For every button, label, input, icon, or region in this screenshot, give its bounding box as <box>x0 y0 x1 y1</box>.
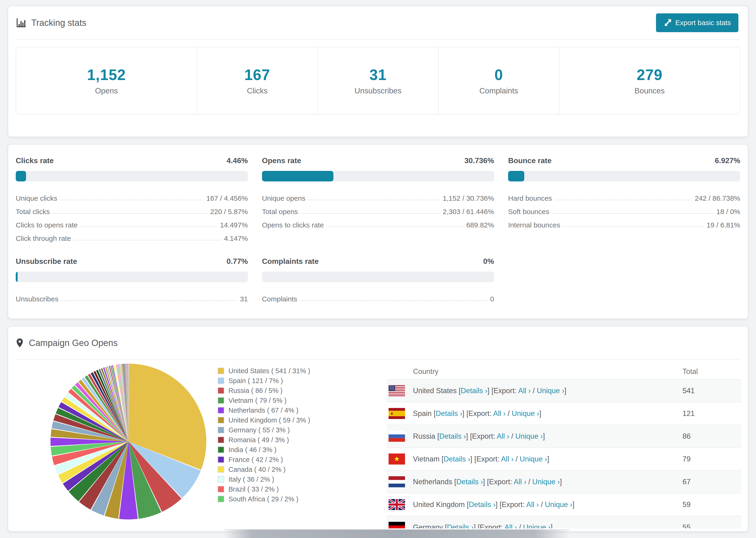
summary-stats-box: 1,152Opens167Clicks31Unsubscribes0Compla… <box>16 47 740 115</box>
dotted-leader <box>300 300 487 301</box>
de-flag-icon <box>389 522 405 528</box>
total-cell: 67 <box>682 478 690 486</box>
rate-stat-row: Total clicks220 / 5.87% <box>16 202 248 216</box>
bracket: ] <box>543 432 545 440</box>
export-all-link[interactable]: All › <box>493 409 506 418</box>
details-link[interactable]: Details › <box>460 387 487 395</box>
export-unique-link[interactable]: Unique › <box>545 501 572 509</box>
slash: / <box>533 387 535 395</box>
country-cell: United States [Details ›] [Export: All ›… <box>413 387 566 395</box>
rate-stat-label: Unsubscribes <box>16 295 58 303</box>
rate-title: Opens rate <box>262 156 301 165</box>
export-prefix: [Export: <box>487 478 512 486</box>
bracket: ] <box>560 478 562 486</box>
export-all-link[interactable]: All › <box>514 478 526 486</box>
legend-label: Germany ( 55 / 3% ) <box>229 426 290 434</box>
export-basic-stats-button[interactable]: Export basic stats <box>656 13 738 32</box>
tracking-stats-card: Tracking stats Export basic stats 1,152O… <box>8 6 748 137</box>
bracket: ] <box>564 387 566 395</box>
details-link[interactable]: Details › <box>469 501 496 509</box>
country-cell: Spain [Details ›] [Export: All › / Uniqu… <box>413 409 541 418</box>
total-cell: 86 <box>682 432 690 441</box>
legend-item: South Africa ( 29 / 2% ) <box>218 494 310 504</box>
export-prefix: [Export: <box>470 432 495 440</box>
dotted-leader <box>74 240 221 241</box>
geo-table-header-row: Country Total <box>387 364 741 379</box>
bracket: ] <box>572 501 574 509</box>
dotted-leader <box>53 213 207 214</box>
slash: / <box>528 478 530 486</box>
rate-title: Bounce rate <box>508 156 552 165</box>
country-cell: Vietnam [Details ›] [Export: All › / Uni… <box>413 455 549 463</box>
rate-stat-label: Total clicks <box>16 208 50 216</box>
rate-progress-bar <box>16 171 248 182</box>
bracket: ] <box>487 387 490 395</box>
slash: / <box>512 432 513 440</box>
export-unique-link[interactable]: Unique › <box>512 409 539 418</box>
export-unique-link[interactable]: Unique › <box>537 387 564 395</box>
rate-stat-row: Soft bounces18 / 0% <box>508 202 740 216</box>
geo-table-row-es: Spain [Details ›] [Export: All › / Uniqu… <box>387 402 741 425</box>
details-link[interactable]: Details › <box>439 432 466 440</box>
legend-swatch <box>218 476 224 483</box>
legend-label: Canada ( 40 / 2% ) <box>229 466 286 473</box>
legend-label: Romania ( 49 / 3% ) <box>229 436 289 444</box>
legend-item: Spain ( 121 / 7% ) <box>218 376 310 386</box>
details-link[interactable]: Details › <box>456 478 483 486</box>
rate-progress-fill <box>508 171 524 182</box>
export-prefix: [Export: <box>478 523 503 529</box>
details-link[interactable]: Details › <box>447 523 474 529</box>
rate-stat-value: 167 / 4.456% <box>206 194 248 202</box>
summary-stat-clicks: 167Clicks <box>197 47 317 114</box>
rate-value: 0.77% <box>227 256 248 266</box>
rate-stat-label: Click through rate <box>16 235 71 242</box>
export-unique-link[interactable]: Unique › <box>515 432 543 440</box>
bracket: ] <box>483 478 485 486</box>
rate-stat-row: Hard bounces242 / 86.738% <box>508 189 740 202</box>
page-title: Tracking stats <box>16 17 86 28</box>
rate-stat-label: Opens to clicks rate <box>262 221 324 229</box>
slash: / <box>519 523 521 529</box>
stat-label: Unsubscribes <box>354 86 402 95</box>
stat-label: Clicks <box>247 86 268 95</box>
summary-stat-bounces: 279Bounces <box>559 47 740 114</box>
details-link[interactable]: Details › <box>444 455 470 463</box>
rate-stat-label: Unique opens <box>262 194 305 202</box>
details-link[interactable]: Details › <box>436 409 462 418</box>
stat-value: 0 <box>495 66 503 83</box>
export-unique-link[interactable]: Unique › <box>519 455 547 463</box>
legend-label: Spain ( 121 / 7% ) <box>229 377 283 385</box>
rate-stat-label: Total opens <box>262 208 298 216</box>
legend-label: United Kingdom ( 59 / 3% ) <box>229 416 310 424</box>
vn-flag-icon <box>389 454 405 464</box>
export-all-link[interactable]: All › <box>501 455 513 463</box>
legend-item: United States ( 541 / 31% ) <box>218 366 310 376</box>
legend-label: Netherlands ( 67 / 4% ) <box>229 406 298 414</box>
slash: / <box>541 501 543 509</box>
geo-opens-header: Campaign Geo Opens <box>16 327 740 360</box>
export-unique-link[interactable]: Unique › <box>523 523 551 529</box>
bracket: ] <box>539 409 541 418</box>
rate-stat-value: 0 <box>490 295 494 303</box>
dotted-leader <box>327 227 463 227</box>
bracket: ] <box>462 409 464 418</box>
tracking-stats-header: Tracking stats Export basic stats <box>16 6 740 40</box>
bracket: ] <box>547 455 549 463</box>
legend-label: United States ( 541 / 31% ) <box>229 367 310 375</box>
gb-flag-icon <box>389 499 405 510</box>
export-all-link[interactable]: All › <box>504 523 517 529</box>
rate-head: Opens rate30.736% <box>262 156 494 165</box>
export-prefix: [Export: <box>491 387 516 395</box>
export-unique-link[interactable]: Unique › <box>532 478 560 486</box>
export-all-link[interactable]: All › <box>518 387 531 395</box>
rate-title: Unsubscribe rate <box>16 256 77 266</box>
export-all-link[interactable]: All › <box>497 432 509 440</box>
rate-head: Complaints rate0% <box>262 256 494 266</box>
legend-swatch <box>218 377 224 384</box>
slash: / <box>508 409 510 418</box>
export-all-link[interactable]: All › <box>526 501 539 509</box>
legend-swatch <box>218 456 224 463</box>
rate-head: Bounce rate6.927% <box>508 156 740 165</box>
bracket: ] <box>551 523 553 529</box>
rate-stat-row: Opens to clicks rate689.82% <box>262 216 494 229</box>
